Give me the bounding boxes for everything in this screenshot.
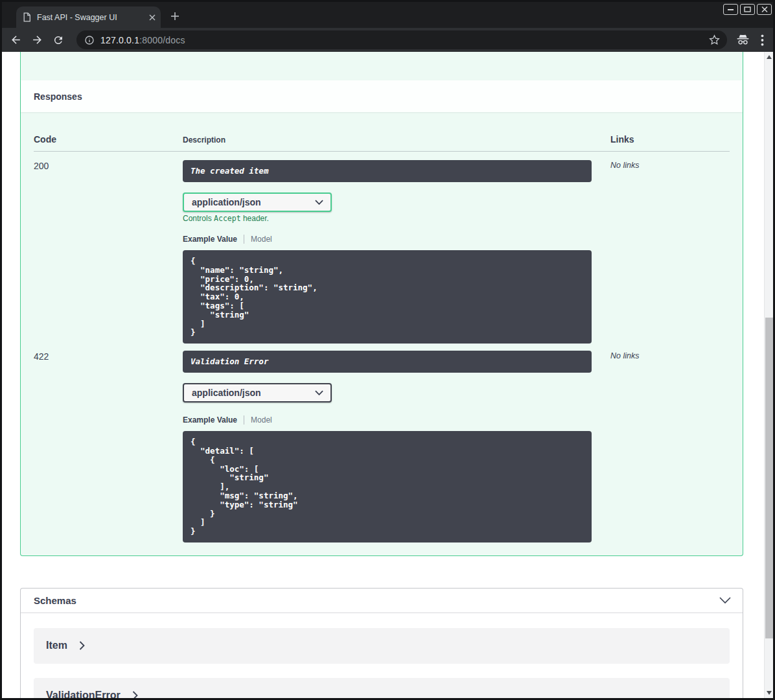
url-path: :8000/docs [139,35,185,45]
media-type-value: application/json [192,197,261,207]
browser-menu-icon[interactable] [761,34,764,46]
scroll-down-arrow[interactable] [765,688,773,698]
address-bar[interactable]: 127.0.0.1:8000/docs [76,30,727,49]
url-text: 127.0.0.1:8000/docs [100,35,185,45]
media-type-select[interactable]: application/json [183,383,332,402]
responses-title: Responses [34,91,82,102]
header-links: Links [610,134,730,145]
example-json: { "detail": [ { "loc": [ "string" ], "ms… [191,438,584,536]
schemas-header[interactable]: Schemas [21,589,743,613]
swagger-page: Responses Code Description Links 200 The… [2,52,764,698]
response-description-cell: Validation Error application/json Exampl… [183,351,610,542]
page-favicon-icon [23,12,31,22]
accept-note-suffix: header. [241,214,269,223]
response-description-box: Validation Error [183,351,592,373]
chevron-down-icon [315,200,323,205]
response-description-box: The created item [183,160,592,182]
model-item[interactable]: Item [34,628,730,664]
chevron-right-icon [132,691,138,698]
tab-example-value[interactable]: Example Value [183,415,237,425]
example-model-tabs: Example Value Model [183,234,610,244]
new-tab-button[interactable] [168,9,182,23]
maximize-button[interactable] [740,4,755,15]
chevron-down-icon[interactable] [719,597,731,604]
model-title: Item [46,640,67,651]
response-links: No links [610,351,730,360]
tab-title: Fast API - Swagger UI [37,13,149,22]
bookmark-star-icon[interactable] [708,34,721,46]
response-row-422: 422 Validation Error application/json Ex… [34,344,730,542]
accept-note-prefix: Controls [183,214,214,223]
accept-header-note: Controls Accept header. [183,214,610,223]
schemas-title: Schemas [34,595,76,606]
minimize-button[interactable] [723,4,738,15]
header-description: Description [183,135,610,145]
chevron-right-icon [79,641,85,650]
titlebar: Fast API - Swagger UI [2,2,773,28]
opblock-body-spacer [21,52,743,80]
back-icon[interactable] [8,33,23,47]
accept-note-code: Accept [214,214,241,223]
media-type-select[interactable]: application/json [183,192,332,212]
response-row-200: 200 The created item application/json Co… [34,152,730,344]
responses-table: Code Description Links 200 The created i… [21,134,743,555]
tab-close-icon[interactable] [149,14,156,21]
scrollbar-thumb[interactable] [765,318,773,638]
scroll-up-arrow[interactable] [765,52,773,62]
window-controls [723,4,772,15]
responses-section-header: Responses [21,80,743,112]
reload-icon[interactable] [51,33,65,47]
incognito-icon [735,32,750,47]
media-type-value: application/json [192,388,261,398]
close-button[interactable] [757,4,772,15]
tab-separator [244,415,244,425]
header-code: Code [34,134,183,145]
model-validationerror[interactable]: ValidationError [34,678,730,698]
page-viewport: Responses Code Description Links 200 The… [2,52,773,698]
opblock-post: Responses Code Description Links 200 The… [20,52,743,556]
vertical-scrollbar[interactable] [764,52,773,698]
tab-model[interactable]: Model [251,415,272,425]
example-model-tabs: Example Value Model [183,415,610,425]
response-description-cell: The created item application/json Contro… [183,160,610,344]
schemas-body: Item ValidationError [21,613,743,698]
browser-tab[interactable]: Fast API - Swagger UI [16,6,161,28]
url-host: 127.0.0.1 [100,35,139,45]
responses-table-head: Code Description Links [34,134,730,152]
toolbar-right [735,32,764,47]
response-links: No links [610,160,730,170]
example-code-block: { "detail": [ { "loc": [ "string" ], "ms… [183,431,592,542]
response-code: 200 [34,160,183,171]
site-info-icon[interactable] [84,35,95,45]
model-title: ValidationError [46,690,121,698]
chevron-down-icon [315,390,323,395]
tab-model[interactable]: Model [251,235,272,244]
browser-toolbar: 127.0.0.1:8000/docs [2,28,773,52]
tab-separator [244,235,244,244]
example-code-block: { "name": "string", "price": 0, "descrip… [183,250,592,344]
example-json: { "name": "string", "price": 0, "descrip… [191,257,584,337]
browser-window: Fast API - Swagger UI [0,0,775,700]
forward-icon[interactable] [30,33,44,47]
tab-example-value[interactable]: Example Value [183,235,237,244]
schemas-section: Schemas Item ValidationError [20,588,743,698]
response-code: 422 [34,351,183,362]
